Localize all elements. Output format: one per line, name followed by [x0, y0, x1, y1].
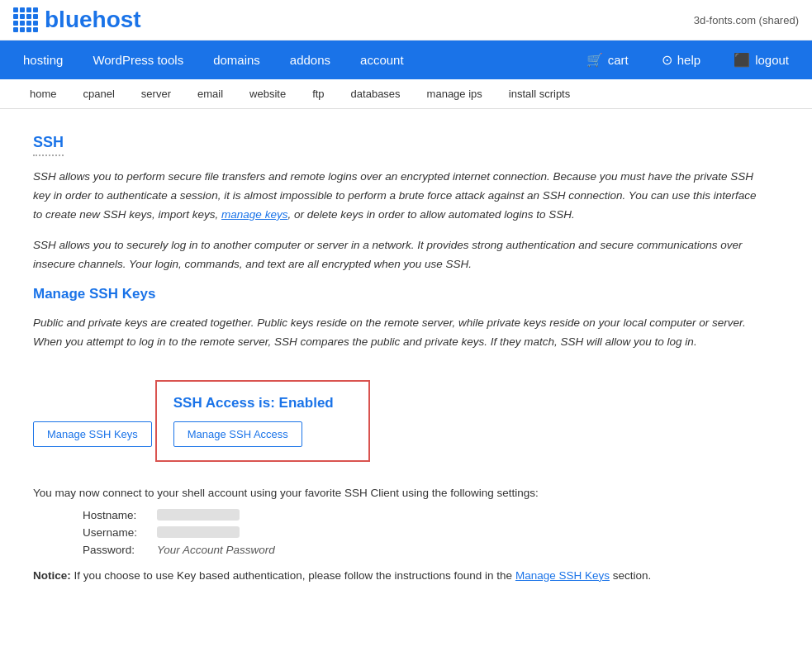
subnav-server[interactable]: server: [128, 79, 184, 108]
password-value: Your Account Password: [157, 544, 275, 556]
nav-wordpress-tools[interactable]: WordPress tools: [78, 41, 198, 78]
nav-logout[interactable]: ⬛ logout: [719, 40, 804, 79]
nav-right: 🛒 cart ⊙ help ⬛ logout: [572, 40, 804, 79]
subnav-website[interactable]: website: [236, 79, 299, 108]
subnav-cpanel[interactable]: cpanel: [70, 79, 128, 108]
nav-hosting[interactable]: hosting: [8, 41, 78, 78]
manage-ssh-keys-desc: Public and private keys are created toge…: [33, 314, 760, 352]
nav-addons[interactable]: addons: [275, 41, 345, 78]
ssh-status-text: SSH Access is: Enabled: [173, 395, 352, 411]
notice-end: section.: [613, 569, 652, 582]
main-content: SSH SSH allows you to perform secure fil…: [0, 109, 793, 606]
main-nav: hosting WordPress tools domains addons a…: [0, 40, 812, 79]
top-bar: bluehost 3d-fonts.com (shared): [0, 0, 812, 40]
subnav-manage-ips[interactable]: manage ips: [414, 79, 496, 108]
ssh-description2: SSH allows you to securely log in to ano…: [33, 236, 760, 274]
notice-text: If you choose to use Key based authentic…: [74, 569, 515, 582]
notice-label: Notice:: [33, 569, 71, 582]
site-info: 3d-fonts.com (shared): [694, 14, 799, 26]
settings-section: You may now connect to your shell accoun…: [33, 487, 760, 556]
ssh-section-title: SSH: [33, 134, 64, 156]
username-value: [157, 526, 240, 538]
notice-section: Notice: If you choose to use Key based a…: [33, 569, 760, 582]
subnav-home[interactable]: home: [17, 79, 70, 108]
logo-grid: [13, 7, 38, 32]
password-label: Password:: [83, 544, 157, 556]
help-icon: ⊙: [662, 52, 672, 68]
sub-nav: home cpanel server email website ftp dat…: [0, 79, 812, 109]
hostname-row: Hostname:: [83, 509, 760, 521]
manage-ssh-access-button[interactable]: Manage SSH Access: [173, 421, 302, 447]
ssh-access-box: SSH Access is: Enabled Manage SSH Access: [155, 380, 370, 462]
nav-account[interactable]: account: [345, 41, 419, 78]
logo-area: bluehost: [13, 7, 141, 33]
settings-table: Hostname: Username: Password: Your Accou…: [83, 509, 760, 556]
connect-text: You may now connect to your shell accoun…: [33, 487, 760, 499]
nav-cart[interactable]: 🛒 cart: [572, 40, 643, 79]
notice-manage-ssh-keys-link[interactable]: Manage SSH Keys: [515, 569, 610, 582]
username-label: Username:: [83, 526, 157, 539]
nav-help[interactable]: ⊙ help: [647, 40, 715, 79]
logout-icon: ⬛: [734, 52, 750, 68]
subnav-email[interactable]: email: [184, 79, 236, 108]
nav-domains[interactable]: domains: [198, 41, 275, 78]
hostname-value: [157, 509, 240, 521]
subnav-install-scripts[interactable]: install scripts: [496, 79, 583, 108]
manage-ssh-keys-title: Manage SSH Keys: [33, 286, 760, 302]
username-row: Username:: [83, 526, 760, 539]
cart-icon: 🛒: [586, 52, 603, 68]
manage-keys-link[interactable]: manage keys: [221, 208, 287, 221]
subnav-ftp[interactable]: ftp: [299, 79, 337, 108]
ssh-description1: SSH allows you to perform secure file tr…: [33, 168, 760, 225]
hostname-label: Hostname:: [83, 509, 157, 521]
manage-ssh-keys-button[interactable]: Manage SSH Keys: [33, 421, 152, 447]
password-row: Password: Your Account Password: [83, 544, 760, 556]
logo-text: bluehost: [45, 7, 141, 33]
subnav-databases[interactable]: databases: [338, 79, 414, 108]
